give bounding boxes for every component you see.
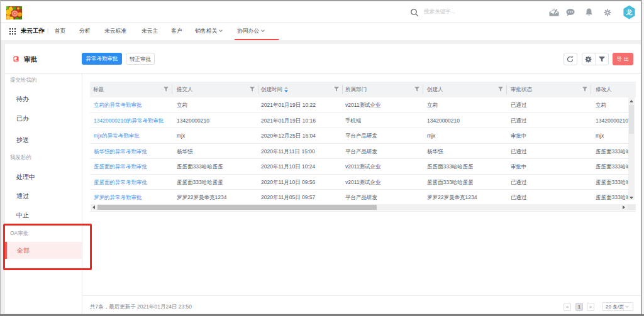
svg-text:龙: 龙	[626, 9, 633, 16]
